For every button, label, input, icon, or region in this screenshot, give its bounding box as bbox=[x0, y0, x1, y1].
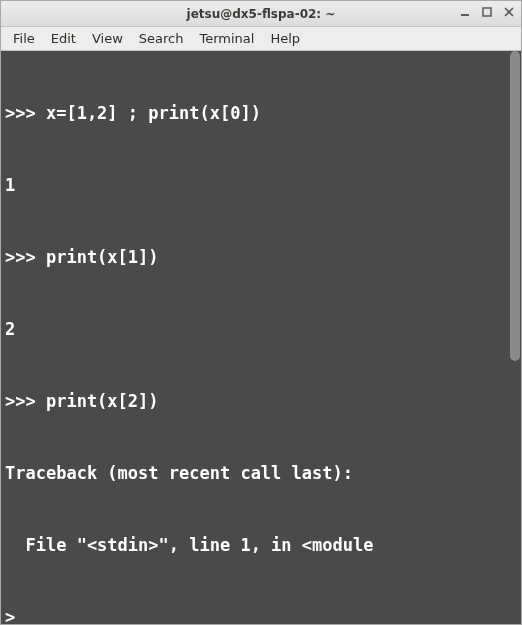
svg-rect-1 bbox=[483, 8, 491, 16]
menu-search[interactable]: Search bbox=[131, 28, 192, 49]
maximize-button[interactable] bbox=[479, 4, 495, 20]
terminal-area[interactable]: >>> x=[1,2] ; print(x[0]) 1 >>> print(x[… bbox=[1, 51, 521, 624]
terminal-line: Traceback (most recent call last): bbox=[5, 461, 517, 485]
minimize-icon bbox=[460, 7, 470, 17]
titlebar: jetsu@dx5-flspa-02: ~ bbox=[1, 1, 521, 27]
menu-help[interactable]: Help bbox=[262, 28, 308, 49]
svg-rect-0 bbox=[461, 14, 469, 16]
terminal-line: 1 bbox=[5, 173, 517, 197]
window-controls bbox=[457, 4, 517, 20]
terminal-line: File "<stdin>", line 1, in <module bbox=[5, 533, 517, 557]
menu-file[interactable]: File bbox=[5, 28, 43, 49]
terminal-line: >>> print(x[2]) bbox=[5, 389, 517, 413]
terminal-line: >>> print(x[1]) bbox=[5, 245, 517, 269]
terminal-line: 2 bbox=[5, 317, 517, 341]
menu-edit[interactable]: Edit bbox=[43, 28, 84, 49]
maximize-icon bbox=[482, 7, 492, 17]
menubar: File Edit View Search Terminal Help bbox=[1, 27, 521, 51]
menu-terminal[interactable]: Terminal bbox=[191, 28, 262, 49]
scrollbar[interactable] bbox=[509, 51, 521, 624]
close-button[interactable] bbox=[501, 4, 517, 20]
scrollbar-thumb[interactable] bbox=[510, 51, 520, 361]
terminal-window: jetsu@dx5-flspa-02: ~ File Edit View Sea… bbox=[0, 0, 522, 625]
terminal-line: >>> x=[1,2] ; print(x[0]) bbox=[5, 101, 517, 125]
menu-view[interactable]: View bbox=[84, 28, 131, 49]
minimize-button[interactable] bbox=[457, 4, 473, 20]
terminal-line: > bbox=[5, 605, 517, 624]
window-title: jetsu@dx5-flspa-02: ~ bbox=[187, 7, 336, 21]
close-icon bbox=[504, 7, 514, 17]
